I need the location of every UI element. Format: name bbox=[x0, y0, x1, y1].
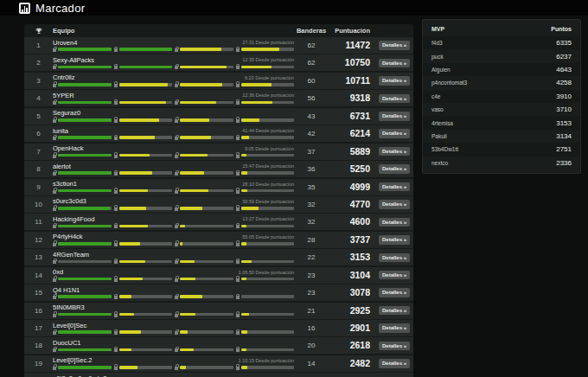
mvp-rows: f4d36335puck6237Alguien4643p4ncontomat34… bbox=[423, 36, 580, 169]
progress-fill bbox=[119, 313, 134, 316]
details-button[interactable]: Detalles » bbox=[379, 94, 410, 104]
rank-number: 8 bbox=[24, 161, 53, 177]
trophy-icon bbox=[35, 28, 42, 35]
progress-bar-group bbox=[53, 170, 112, 176]
scoreboard-table: Equipo Banderas Puntuación 1Uroven427:31… bbox=[24, 24, 413, 377]
progress-track bbox=[180, 207, 233, 210]
progress-fill bbox=[58, 118, 112, 122]
progress-bar-group bbox=[236, 99, 295, 105]
mvp-row: Pakuil3134 bbox=[423, 130, 580, 143]
details-button[interactable]: Detalles » bbox=[379, 253, 410, 263]
lock-icon bbox=[53, 314, 56, 317]
details-button[interactable]: Detalles » bbox=[379, 129, 410, 138]
lock-icon bbox=[175, 84, 178, 87]
mvp-row: 53b4Dw1tt2751 bbox=[423, 143, 580, 156]
scoreboard-rows: 1Uroven427:31 Desde puntuación6211472Det… bbox=[24, 37, 413, 377]
mvp-player-points: 3134 bbox=[556, 132, 572, 140]
details-button[interactable]: Detalles » bbox=[379, 112, 410, 121]
lock-icon bbox=[236, 314, 240, 317]
mvp-player-points: 4258 bbox=[556, 79, 572, 86]
details-button[interactable]: Detalles » bbox=[379, 200, 410, 209]
progress-fill bbox=[180, 295, 202, 298]
progress-bar-group bbox=[114, 347, 173, 352]
progress-track bbox=[119, 207, 173, 210]
progress-track bbox=[241, 330, 295, 334]
progress-fill bbox=[241, 101, 273, 105]
details-button[interactable]: Detalles » bbox=[379, 271, 410, 280]
time-since-score: 1:10:15 Desde puntuación bbox=[239, 358, 294, 363]
details-button[interactable]: Detalles » bbox=[379, 323, 410, 333]
category-progress-bars bbox=[53, 47, 294, 53]
lock-icon bbox=[236, 296, 240, 299]
details-button[interactable]: Detalles » bbox=[379, 182, 410, 192]
progress-bar-group bbox=[53, 223, 112, 228]
progress-bar-group bbox=[175, 223, 233, 228]
top-nav-bar: Marcador bbox=[0, 0, 588, 16]
progress-track bbox=[180, 48, 233, 51]
lock-icon bbox=[175, 225, 178, 228]
lock-icon bbox=[175, 137, 178, 140]
lock-icon bbox=[236, 66, 240, 69]
progress-track bbox=[119, 136, 173, 139]
rank-number: 14 bbox=[24, 267, 53, 284]
lock-icon bbox=[175, 278, 178, 282]
category-progress-bars bbox=[53, 294, 294, 300]
progress-track bbox=[119, 154, 173, 157]
lock-icon bbox=[236, 190, 240, 194]
progress-fill bbox=[119, 83, 169, 86]
details-button[interactable]: Detalles » bbox=[379, 218, 410, 227]
rank-column-header bbox=[24, 23, 53, 39]
details-button[interactable]: Detalles » bbox=[379, 288, 410, 297]
progress-track bbox=[119, 313, 173, 316]
mvp-player-points: 3710 bbox=[556, 105, 572, 113]
flags-count: 32 bbox=[294, 214, 329, 230]
table-row: 7OpenHack9:05 Desde puntuación375889Deta… bbox=[24, 144, 413, 160]
progress-fill bbox=[241, 366, 248, 369]
details-button[interactable]: Detalles » bbox=[379, 342, 410, 351]
table-row: 45YPER12:36 Desde puntuación569318Detall… bbox=[24, 90, 413, 106]
progress-bar-group bbox=[114, 206, 173, 211]
progress-track bbox=[58, 136, 112, 139]
lock-icon bbox=[114, 155, 118, 158]
progress-fill bbox=[180, 101, 216, 105]
progress-fill bbox=[241, 118, 260, 122]
team-name: Q4 H1N1 bbox=[53, 286, 80, 294]
flags-count: 60 bbox=[294, 73, 329, 89]
details-button[interactable]: Detalles » bbox=[379, 76, 410, 86]
details-button[interactable]: Detalles » bbox=[379, 306, 410, 316]
details-button[interactable]: Detalles » bbox=[379, 41, 410, 50]
progress-bar-group bbox=[236, 153, 295, 158]
progress-fill bbox=[119, 278, 144, 281]
team-name-line: DuocUC1 bbox=[53, 339, 294, 347]
details-button[interactable]: Detalles » bbox=[379, 359, 410, 368]
details-button-cell: Detalles » bbox=[370, 161, 413, 177]
progress-bar-group bbox=[175, 347, 233, 352]
details-button[interactable]: Detalles » bbox=[379, 235, 410, 245]
progress-fill bbox=[58, 348, 112, 352]
mvp-header-row: MVP Puntos bbox=[423, 24, 580, 36]
details-button-cell: Detalles » bbox=[370, 179, 413, 195]
team-cell: Seguraz0 bbox=[53, 108, 294, 125]
details-button[interactable]: Detalles » bbox=[379, 147, 410, 157]
team-name: Cntr0llz bbox=[53, 73, 74, 81]
rank-number: 4 bbox=[24, 90, 53, 106]
team-score: 5889 bbox=[329, 144, 370, 160]
progress-fill bbox=[119, 366, 138, 369]
team-name-line: Level[0]Sec bbox=[53, 322, 294, 329]
progress-fill bbox=[241, 278, 246, 281]
details-button[interactable]: Detalles » bbox=[379, 59, 410, 68]
details-button[interactable]: Detalles » bbox=[379, 164, 410, 174]
progress-fill bbox=[58, 295, 112, 298]
team-score: 4999 bbox=[329, 179, 370, 195]
progress-bar-group bbox=[236, 294, 295, 299]
flags-count: 28 bbox=[294, 232, 329, 248]
lock-icon bbox=[53, 101, 56, 105]
progress-bar-group bbox=[175, 118, 233, 123]
team-name: s0urc3c0d3 bbox=[53, 197, 86, 205]
progress-bar-group bbox=[53, 82, 112, 87]
progress-fill bbox=[119, 330, 142, 334]
rank-number: 19 bbox=[24, 355, 53, 372]
progress-bar-group bbox=[175, 259, 233, 264]
time-since-score: 12:35 Desde puntuación bbox=[242, 58, 294, 63]
team-cell: Cntr0llz6:23 Desde puntuación bbox=[53, 73, 294, 89]
